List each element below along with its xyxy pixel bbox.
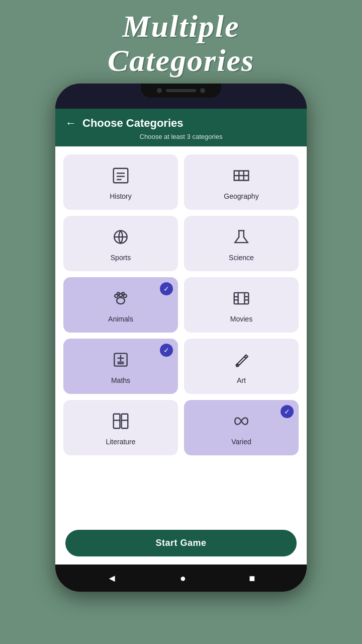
sports-label: Sports bbox=[111, 254, 131, 262]
svg-point-6 bbox=[117, 298, 125, 304]
svg-rect-25 bbox=[114, 414, 120, 429]
category-card-movies[interactable]: Movies bbox=[184, 277, 299, 333]
art-label: Art bbox=[237, 376, 246, 384]
screen-title: Choose Categories bbox=[82, 117, 184, 130]
nav-home-button[interactable]: ● bbox=[180, 573, 186, 584]
start-game-button[interactable]: Start Game bbox=[65, 530, 297, 556]
nav-recents-button[interactable]: ■ bbox=[249, 573, 255, 584]
literature-icon bbox=[111, 412, 130, 434]
category-card-geography[interactable]: Geography bbox=[184, 154, 299, 210]
svg-rect-12 bbox=[234, 293, 249, 304]
varied-label: Varied bbox=[231, 438, 251, 446]
maths-label: Maths bbox=[111, 376, 130, 384]
movies-label: Movies bbox=[230, 315, 252, 323]
hero-title: Multiple Categories bbox=[108, 9, 254, 77]
geography-icon bbox=[232, 166, 251, 188]
screen-content: HistoryGeographySportsScience✓AnimalsMov… bbox=[55, 146, 307, 524]
maths-icon bbox=[111, 350, 130, 372]
start-game-area: Start Game bbox=[55, 524, 307, 565]
sports-icon bbox=[111, 227, 130, 250]
science-label: Science bbox=[229, 254, 254, 262]
geography-label: Geography bbox=[224, 192, 258, 200]
svg-point-11 bbox=[122, 293, 124, 295]
animals-icon bbox=[111, 289, 130, 311]
animals-label: Animals bbox=[108, 315, 133, 323]
movies-icon bbox=[232, 289, 251, 311]
category-card-science[interactable]: Science bbox=[184, 216, 299, 271]
phone-screen: ← Choose Categories Choose at least 3 ca… bbox=[55, 109, 307, 565]
screen-header: ← Choose Categories Choose at least 3 ca… bbox=[55, 109, 307, 146]
screen-subtitle: Choose at least 3 categories bbox=[65, 133, 297, 140]
back-button[interactable]: ← bbox=[65, 117, 76, 130]
phone-frame: ← Choose Categories Choose at least 3 ca… bbox=[55, 84, 307, 592]
svg-rect-26 bbox=[122, 414, 128, 429]
svg-rect-0 bbox=[114, 169, 128, 183]
phone-notch bbox=[55, 84, 307, 109]
category-card-art[interactable]: Art bbox=[184, 339, 299, 394]
check-badge-animals: ✓ bbox=[160, 282, 173, 295]
art-icon bbox=[232, 350, 251, 372]
science-icon bbox=[232, 227, 251, 250]
category-card-sports[interactable]: Sports bbox=[63, 216, 178, 271]
category-card-animals[interactable]: ✓Animals bbox=[63, 277, 178, 333]
history-label: History bbox=[110, 192, 132, 200]
nav-back-button[interactable]: ◄ bbox=[107, 573, 117, 584]
category-card-literature[interactable]: Literature bbox=[63, 400, 178, 455]
svg-point-10 bbox=[117, 293, 120, 295]
categories-grid: HistoryGeographySportsScience✓AnimalsMov… bbox=[63, 154, 299, 455]
phone-bottom-nav: ◄ ● ■ bbox=[55, 565, 307, 592]
history-icon bbox=[111, 166, 130, 188]
category-card-history[interactable]: History bbox=[63, 154, 178, 210]
literature-label: Literature bbox=[106, 438, 135, 446]
check-badge-varied: ✓ bbox=[281, 405, 294, 418]
varied-icon bbox=[232, 412, 251, 434]
check-badge-maths: ✓ bbox=[160, 344, 173, 357]
category-card-maths[interactable]: ✓Maths bbox=[63, 339, 178, 394]
category-card-varied[interactable]: ✓Varied bbox=[184, 400, 299, 455]
